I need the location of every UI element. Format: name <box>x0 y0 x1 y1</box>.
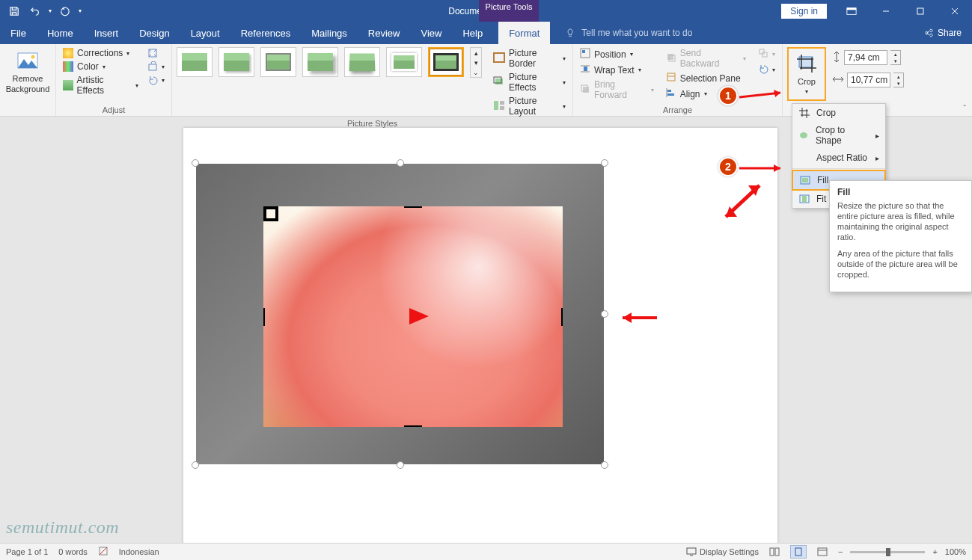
undo-dropdown-icon[interactable]: ▾ <box>46 2 54 20</box>
undo-icon[interactable] <box>25 2 45 20</box>
tab-insert[interactable]: Insert <box>84 22 129 44</box>
sel-handle-r[interactable] <box>601 310 608 318</box>
bring-forward-icon <box>580 84 590 96</box>
crop-menu-aspect[interactable]: Aspect Ratio▸ <box>792 149 885 167</box>
sel-handle-tl[interactable] <box>192 159 199 167</box>
qat-customize-icon[interactable]: ▾ <box>76 2 84 20</box>
style-thumb-7-selected[interactable] <box>428 47 464 77</box>
tab-mailings[interactable]: Mailings <box>301 22 358 44</box>
artistic-effects-button[interactable]: Artistic Effects▾ <box>61 74 141 96</box>
svg-rect-11 <box>494 53 504 62</box>
crop-handle-top[interactable] <box>404 206 422 208</box>
crop-dropdown-icon[interactable]: ▾ <box>805 87 808 96</box>
tab-layout[interactable]: Layout <box>180 22 230 44</box>
reset-icon <box>147 75 158 85</box>
style-thumb-5[interactable] <box>344 47 380 77</box>
spellcheck-icon[interactable] <box>98 546 108 558</box>
wrap-text-icon <box>580 64 590 76</box>
style-thumb-6[interactable] <box>386 47 422 77</box>
share-button[interactable]: Share <box>912 22 972 44</box>
zoom-in-button[interactable]: + <box>932 547 937 556</box>
sel-handle-b[interactable] <box>397 461 404 469</box>
crop-menu-shape[interactable]: Crop to Shape▸ <box>792 122 885 149</box>
svg-rect-15 <box>500 101 504 105</box>
view-print-layout-button[interactable] <box>790 545 807 559</box>
rotate-icon <box>758 64 768 76</box>
tell-me-search[interactable]: Tell me what you want to do <box>550 22 912 44</box>
tab-review[interactable]: Review <box>358 22 411 44</box>
style-thumb-4[interactable] <box>302 47 338 77</box>
sign-in-button[interactable]: Sign in <box>781 4 827 19</box>
corrections-icon <box>63 48 73 58</box>
annotation-arrow-diagonal <box>718 179 771 224</box>
display-settings-icon <box>686 547 697 556</box>
zoom-level[interactable]: 100% <box>945 547 966 556</box>
tooltip-text-2: Any area of the picture that falls outsi… <box>837 248 964 280</box>
tab-references[interactable]: References <box>230 22 301 44</box>
height-field[interactable]: 7,94 cm <box>844 50 887 65</box>
tab-format[interactable]: Format <box>498 22 550 44</box>
status-words[interactable]: 0 words <box>58 547 88 556</box>
style-thumb-2[interactable] <box>218 47 254 77</box>
width-field[interactable]: 10,77 cm <box>847 73 890 87</box>
tab-home[interactable]: Home <box>37 22 84 44</box>
maximize-icon[interactable] <box>903 0 938 22</box>
height-spinner[interactable]: ▴▾ <box>890 50 901 65</box>
redo-icon[interactable] <box>55 2 75 20</box>
crop-handle-left[interactable] <box>263 308 265 326</box>
crop-handle-bottom[interactable] <box>404 425 422 427</box>
display-settings-button[interactable]: Display Settings <box>686 547 759 556</box>
align-icon <box>666 87 676 100</box>
status-page[interactable]: Page 1 of 1 <box>6 547 48 556</box>
corrections-button[interactable]: Corrections▾ <box>61 47 141 59</box>
lightbulb-icon <box>565 28 575 38</box>
wrap-text-button[interactable]: Wrap Text▾ <box>578 63 656 77</box>
group-icon <box>758 48 768 61</box>
position-button[interactable]: Position▾ <box>578 47 656 61</box>
submenu-arrow-icon: ▸ <box>875 154 879 162</box>
picture-effects-button[interactable]: Picture Effects▾ <box>491 71 568 93</box>
width-spinner[interactable]: ▴▾ <box>893 73 904 87</box>
tab-view[interactable]: View <box>410 22 452 44</box>
view-web-layout-button[interactable] <box>814 545 831 559</box>
tab-file[interactable]: File <box>0 22 37 44</box>
sel-handle-tr[interactable] <box>601 159 608 167</box>
change-picture-button[interactable]: ▾ <box>145 61 167 73</box>
picture-layout-button[interactable]: Picture Layout▾ <box>491 95 568 117</box>
crop-shape-icon <box>798 129 810 141</box>
picture-border-button[interactable]: Picture Border▾ <box>491 47 568 70</box>
save-icon[interactable] <box>4 2 24 20</box>
group-button: ▾ <box>756 47 777 61</box>
tab-help[interactable]: Help <box>452 22 493 44</box>
style-gallery-scroll[interactable]: ▴▾⌄ <box>470 47 482 78</box>
crop-handle-right[interactable] <box>561 308 563 326</box>
picture-styles-gallery[interactable]: ▴▾⌄ <box>177 47 482 117</box>
ribbon-display-options-icon[interactable] <box>834 0 869 22</box>
svg-marker-50 <box>623 313 632 323</box>
style-thumb-1[interactable] <box>177 47 213 77</box>
minimize-icon[interactable] <box>869 0 903 22</box>
status-language[interactable]: Indonesian <box>119 547 159 556</box>
crop-menu-crop[interactable]: Crop <box>792 104 885 122</box>
svg-line-41 <box>739 93 780 97</box>
contextual-tool-label: Picture Tools <box>479 0 539 22</box>
collapse-ribbon-icon[interactable]: ˆ <box>963 104 966 113</box>
compress-pictures-button[interactable] <box>145 47 167 59</box>
style-thumb-3[interactable] <box>260 47 296 77</box>
rotate-button[interactable]: ▾ <box>756 63 777 77</box>
reset-picture-button[interactable]: ▾ <box>145 74 167 86</box>
zoom-out-button[interactable]: − <box>838 547 843 556</box>
close-icon[interactable] <box>938 0 972 22</box>
remove-background-button[interactable]: Remove Background <box>4 47 51 95</box>
sel-handle-t[interactable] <box>397 159 404 167</box>
crop-button[interactable]: Crop ▾ <box>790 50 823 98</box>
color-button[interactable]: Color▾ <box>61 61 141 73</box>
selected-picture[interactable] <box>196 164 604 464</box>
selection-pane-button[interactable]: Selection Pane <box>664 71 748 85</box>
sel-handle-br[interactable] <box>601 461 608 469</box>
view-read-mode-button[interactable] <box>766 545 783 559</box>
crop-handle-br[interactable] <box>263 206 278 221</box>
tab-design[interactable]: Design <box>129 22 180 44</box>
zoom-slider[interactable] <box>850 551 925 553</box>
sel-handle-bl[interactable] <box>192 461 199 469</box>
